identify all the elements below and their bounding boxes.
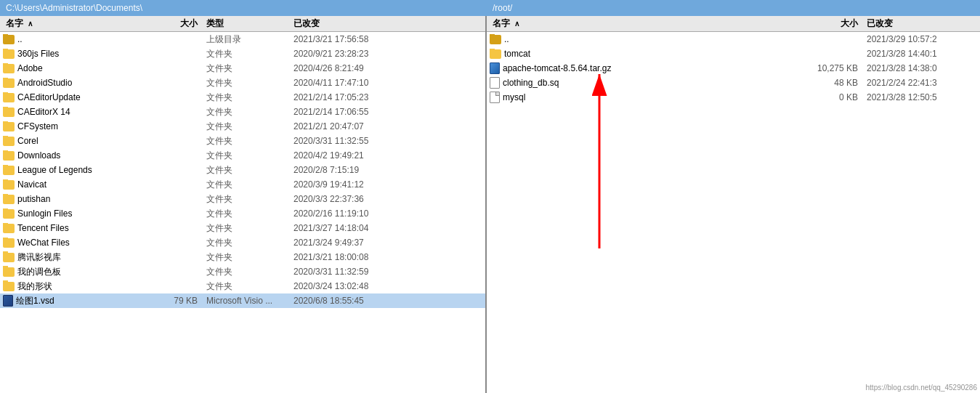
file-type-cell: 文件夹 <box>203 266 291 278</box>
file-type-cell: 文件夹 <box>203 193 291 206</box>
file-modified-cell: 2020/2/8 7:15:19 <box>291 165 485 175</box>
file-type-cell: 文件夹 <box>203 280 291 293</box>
table-row[interactable]: Tencent Files 文件夹 2021/3/27 14:18:04 <box>0 221 485 235</box>
right-path-bar: /root/ <box>487 0 980 16</box>
right-sort-arrow-icon: ∧ <box>514 20 519 28</box>
left-panel-body: .. 上级目录 2021/3/21 17:56:58 360js Files 文… <box>0 32 485 393</box>
table-row[interactable]: 腾讯影视库 文件夹 2021/3/21 18:00:08 <box>0 250 485 264</box>
file-name-label: 我的形状 <box>17 280 52 293</box>
file-size-cell: 48 KB <box>791 78 864 88</box>
file-name-cell: clothing_db.sq <box>487 77 791 89</box>
file-modified-cell: 2021/3/28 14:40:1 <box>864 49 980 59</box>
file-type-cell: 上级目录 <box>203 33 291 46</box>
file-type-cell: 文件夹 <box>203 121 291 133</box>
table-row[interactable]: Adobe 文件夹 2020/4/26 8:21:49 <box>0 61 485 76</box>
folder-icon <box>3 224 15 233</box>
table-row[interactable]: .. 上级目录 2021/3/21 17:56:58 <box>0 32 485 46</box>
file-name-cell: CAEditorX 14 <box>0 107 145 117</box>
file-name-label: .. <box>504 34 509 44</box>
file-name-label: Downloads <box>17 150 60 161</box>
table-row[interactable]: AndroidStudio 文件夹 2020/4/11 17:47:10 <box>0 76 485 90</box>
table-row[interactable]: tomcat 2021/3/28 14:40:1 <box>487 46 980 61</box>
folder-up-icon <box>3 35 15 44</box>
file-type-cell: 文件夹 <box>203 222 291 235</box>
folder-icon <box>3 122 15 131</box>
right-col-name-header[interactable]: 名字 ∧ <box>487 17 791 30</box>
table-row[interactable]: .. 2021/3/29 10:57:2 <box>487 32 980 46</box>
table-row[interactable]: 绘图1.vsd 79 KB Microsoft Visio ... 2020/6… <box>0 293 485 308</box>
table-row[interactable]: CAEditorUpdate 文件夹 2021/2/14 17:05:23 <box>0 90 485 105</box>
file-name-label: Navicat <box>17 179 46 190</box>
table-row[interactable]: clothing_db.sq 48 KB 2021/2/24 22:41:3 <box>487 76 980 90</box>
table-row[interactable]: Downloads 文件夹 2020/4/2 19:49:21 <box>0 148 485 163</box>
table-row[interactable]: 360js Files 文件夹 2020/9/21 23:28:23 <box>0 46 485 61</box>
file-modified-cell: 2021/3/21 17:56:58 <box>291 34 485 44</box>
watermark: https://blog.csdn.net/qq_45290286 <box>866 384 977 392</box>
file-type-cell: 文件夹 <box>203 208 291 220</box>
file-type-cell: 文件夹 <box>203 150 291 162</box>
file-name-label: Adobe <box>17 63 43 73</box>
file-type-cell: 文件夹 <box>203 77 291 89</box>
file-modified-cell: 2021/2/14 17:05:23 <box>291 92 485 102</box>
file-name-label: clothing_db.sq <box>503 78 559 88</box>
folder-icon <box>490 49 501 59</box>
folder-icon <box>3 180 15 190</box>
table-row[interactable]: League of Legends 文件夹 2020/2/8 7:15:19 <box>0 163 485 177</box>
file-name-cell: Downloads <box>0 150 145 161</box>
right-col-size-header[interactable]: 大小 <box>791 17 864 30</box>
table-row[interactable]: putishan 文件夹 2020/3/3 22:37:36 <box>0 192 485 206</box>
file-name-label: 360js Files <box>17 49 59 59</box>
file-name-label: AndroidStudio <box>17 78 72 88</box>
table-row[interactable]: mysql 0 KB 2021/3/28 12:50:5 <box>487 90 980 105</box>
file-name-cell: Corel <box>0 136 145 146</box>
file-name-label: .. <box>17 34 23 44</box>
file-name-cell: 我的调色板 <box>0 266 145 278</box>
file-modified-cell: 2020/3/24 13:02:48 <box>291 281 485 291</box>
file-type-cell: Microsoft Visio ... <box>203 296 291 306</box>
file-name-cell: WeChat Files <box>0 238 145 248</box>
table-row[interactable]: Navicat 文件夹 2020/3/9 19:41:12 <box>0 177 485 192</box>
left-col-modified-header[interactable]: 已改变 <box>291 17 485 30</box>
table-row[interactable]: Sunlogin Files 文件夹 2020/2/16 11:19:10 <box>0 206 485 221</box>
table-row[interactable]: WeChat Files 文件夹 2021/3/24 9:49:37 <box>0 235 485 250</box>
file-modified-cell: 2021/2/24 22:41:3 <box>864 78 980 88</box>
file-name-cell: CFSystem <box>0 121 145 131</box>
table-row[interactable]: 我的调色板 文件夹 2020/3/31 11:32:59 <box>0 264 485 279</box>
folder-up-icon <box>490 35 501 44</box>
table-row[interactable]: 我的形状 文件夹 2020/3/24 13:02:48 <box>0 279 485 293</box>
file-name-label: Corel <box>17 136 39 146</box>
left-col-size-header[interactable]: 大小 <box>145 17 203 30</box>
sort-arrow-icon: ∧ <box>28 20 33 28</box>
file-type-cell: 文件夹 <box>203 251 291 264</box>
file-modified-cell: 2021/3/24 9:49:37 <box>291 238 485 248</box>
left-path-bar: C:\Users\Administrator\Documents\ <box>0 0 487 16</box>
file-name-label: CAEditorX 14 <box>17 107 70 117</box>
folder-icon <box>3 64 15 73</box>
folder-icon <box>3 49 15 59</box>
folder-icon <box>3 253 15 262</box>
file-name-label: Sunlogin Files <box>17 208 72 219</box>
file-modified-cell: 2021/2/14 17:06:55 <box>291 107 485 117</box>
file-type-cell: 文件夹 <box>203 92 291 104</box>
file-modified-cell: 2020/4/26 8:21:49 <box>291 63 485 73</box>
left-col-name-header[interactable]: 名字 ∧ <box>0 17 145 30</box>
file-name-label: Tencent Files <box>17 223 69 233</box>
file-name-label: 绘图1.vsd <box>16 295 54 307</box>
folder-icon <box>3 282 15 291</box>
table-row[interactable]: apache-tomcat-8.5.64.tar.gz 10,275 KB 20… <box>487 61 980 76</box>
file-name-label: 我的调色板 <box>17 266 61 278</box>
table-row[interactable]: CFSystem 文件夹 2021/2/1 20:47:07 <box>0 119 485 134</box>
file-size-cell: 10,275 KB <box>791 63 864 73</box>
right-col-modified-header[interactable]: 已改变 <box>864 17 980 30</box>
right-panel-body: .. 2021/3/29 10:57:2 tomcat 2021/3/28 14… <box>487 32 980 393</box>
archive-icon <box>490 62 500 74</box>
visio-icon <box>3 295 13 307</box>
table-row[interactable]: CAEditorX 14 文件夹 2021/2/14 17:06:55 <box>0 105 485 119</box>
table-row[interactable]: Corel 文件夹 2020/3/31 11:32:55 <box>0 134 485 148</box>
file-name-cell: Adobe <box>0 63 145 73</box>
left-col-type-header[interactable]: 类型 <box>203 17 291 30</box>
file-name-cell: Navicat <box>0 179 145 190</box>
file-name-label: League of Legends <box>17 165 92 175</box>
left-panel: 名字 ∧ 大小 类型 已改变 .. 上级目录 2021/3/21 17:56: <box>0 16 487 393</box>
file-modified-cell: 2020/2/16 11:19:10 <box>291 208 485 219</box>
